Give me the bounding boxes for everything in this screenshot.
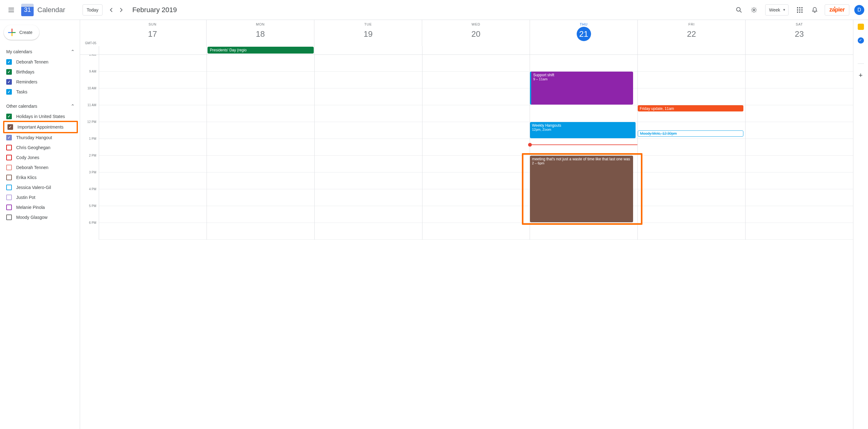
calendar-item[interactable]: Cody Jones: [5, 153, 77, 163]
allday-cell-wed[interactable]: [422, 46, 530, 55]
calendar-event[interactable]: Support shift9 – 11am: [530, 72, 633, 105]
calendar-item[interactable]: Thursday Hangout: [5, 133, 77, 142]
chevron-up-icon: ⌄: [71, 103, 75, 109]
calendar-event[interactable]: Moody:Melc, 12:30pm: [638, 130, 743, 137]
time-label: 4 PM: [80, 188, 99, 204]
day-header[interactable]: WED20: [422, 20, 530, 46]
calendar-item[interactable]: Important Appointments: [6, 122, 76, 132]
gear-icon: [751, 7, 757, 13]
allday-cell-tue[interactable]: [314, 46, 422, 55]
calendar-checkbox[interactable]: [6, 185, 12, 190]
calendar-item[interactable]: Deborah Tennen: [5, 163, 77, 172]
day-column[interactable]: [745, 55, 853, 240]
day-number[interactable]: 22: [684, 27, 699, 41]
calendar-checkbox[interactable]: [6, 195, 12, 200]
settings-button[interactable]: [748, 4, 760, 16]
calendar-item[interactable]: Birthdays: [5, 67, 77, 77]
notifications-button[interactable]: [808, 4, 821, 16]
calendar-event[interactable]: Friday update, 11am: [638, 105, 743, 111]
time-label: 11 AM: [80, 103, 99, 120]
calendar-item[interactable]: Jessica Valero-Gil: [5, 183, 77, 192]
time-label: 12 PM: [80, 120, 99, 137]
allday-cell-sun[interactable]: [99, 46, 207, 55]
view-selector[interactable]: Week ▼: [765, 4, 788, 15]
calendar-checkbox[interactable]: [7, 124, 13, 130]
today-button[interactable]: Today: [83, 4, 102, 15]
side-panel: +: [853, 20, 868, 429]
day-number[interactable]: 20: [469, 27, 483, 41]
create-button[interactable]: Create: [4, 25, 39, 40]
day-of-week: SUN: [99, 23, 206, 26]
calendar-checkbox[interactable]: [6, 59, 12, 65]
day-number[interactable]: 17: [146, 27, 160, 41]
calendar-item[interactable]: Moody Glasgow: [5, 212, 77, 222]
day-column[interactable]: [99, 55, 207, 240]
day-column[interactable]: [422, 55, 530, 240]
time-label: 6 PM: [80, 221, 99, 238]
add-addon-button[interactable]: +: [859, 71, 863, 79]
calendar-item[interactable]: Melanie Pinola: [5, 202, 77, 212]
main-menu-button[interactable]: [4, 2, 19, 18]
calendar-event[interactable]: meeting that's not just a waste of time …: [530, 156, 633, 222]
allday-cell-mon[interactable]: Presidents' Day (regio: [207, 46, 314, 55]
calendar-item[interactable]: Deborah Tennen: [5, 57, 77, 67]
calendar-label: Moody Glasgow: [16, 215, 48, 220]
day-column[interactable]: [207, 55, 314, 240]
google-apps-button[interactable]: [794, 4, 806, 16]
day-header[interactable]: SAT23: [745, 20, 853, 46]
tasks-icon[interactable]: [858, 37, 864, 43]
calendar-checkbox[interactable]: [6, 165, 12, 170]
day-number[interactable]: 18: [253, 27, 268, 41]
day-column[interactable]: Friday update, 11amMoody:Melc, 12:30pm: [638, 55, 745, 240]
calendar-label: Holidays in United States: [16, 114, 65, 119]
day-column[interactable]: [314, 55, 422, 240]
calendar-item[interactable]: Reminders: [5, 77, 77, 87]
next-week-button[interactable]: [116, 5, 126, 15]
calendar-checkbox[interactable]: [6, 79, 12, 85]
allday-cell-thu[interactable]: [530, 46, 638, 55]
time-label: 2 PM: [80, 154, 99, 171]
view-label: Week: [769, 7, 780, 12]
day-header[interactable]: FRI22: [638, 20, 745, 46]
allday-cell-fri[interactable]: [638, 46, 745, 55]
create-label: Create: [19, 30, 32, 35]
calendar-checkbox[interactable]: [6, 204, 12, 210]
day-number[interactable]: 19: [361, 27, 375, 41]
calendar-label: Reminders: [16, 79, 37, 85]
calendar-checkbox[interactable]: [6, 135, 12, 140]
calendar-checkbox[interactable]: [6, 155, 12, 160]
calendar-checkbox[interactable]: [6, 175, 12, 180]
calendar-checkbox[interactable]: [6, 69, 12, 75]
time-label: 8 AM: [80, 55, 99, 70]
calendar-checkbox[interactable]: [6, 214, 12, 220]
prev-week-button[interactable]: [106, 5, 116, 15]
day-of-week: FRI: [638, 23, 745, 26]
calendar-checkbox[interactable]: [6, 145, 12, 151]
day-header[interactable]: MON18: [206, 20, 314, 46]
time-label: 9 AM: [80, 70, 99, 87]
calendar-item[interactable]: Chris Geoghegan: [5, 142, 77, 153]
calendar-item[interactable]: Holidays in United States: [5, 111, 77, 122]
day-number[interactable]: 21: [577, 27, 591, 41]
allday-event[interactable]: Presidents' Day (regio: [208, 47, 314, 54]
calendar-event[interactable]: Weekly Hangouts12pm, Zoom: [530, 122, 636, 138]
my-calendars-header[interactable]: My calendars ⌄: [2, 46, 80, 57]
calendar-item[interactable]: Erika Klics: [5, 172, 77, 183]
allday-cell-sat[interactable]: [745, 46, 853, 55]
calendar-checkbox[interactable]: [6, 113, 12, 119]
calendar-item[interactable]: Justin Pot: [5, 192, 77, 202]
day-column[interactable]: Support shift9 – 11amWeekly Hangouts12pm…: [530, 55, 638, 240]
zapier-badge[interactable]: zapier: [825, 4, 849, 15]
day-header[interactable]: SUN17: [99, 20, 206, 46]
other-calendars-header[interactable]: Other calendars ⌄: [2, 101, 80, 111]
timezone-label: GMT-05: [80, 20, 99, 46]
day-header[interactable]: THU21: [530, 20, 638, 46]
search-button[interactable]: [733, 4, 745, 16]
day-header[interactable]: TUE19: [314, 20, 422, 46]
section-title: Other calendars: [6, 104, 37, 109]
calendar-item[interactable]: Tasks: [5, 87, 77, 97]
keep-icon[interactable]: [858, 24, 864, 30]
day-number[interactable]: 23: [792, 27, 807, 41]
account-avatar[interactable]: D: [854, 5, 864, 15]
calendar-checkbox[interactable]: [6, 89, 12, 95]
